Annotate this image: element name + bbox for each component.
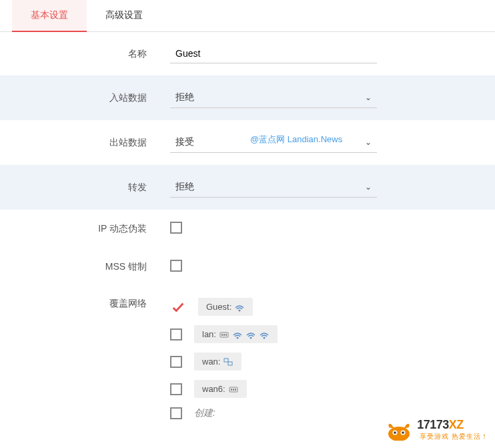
network-item-wan: wan:: [170, 353, 495, 371]
checkbox-lan[interactable]: [170, 328, 182, 341]
row-forward: 转发 拒绝 ⌄: [0, 165, 495, 210]
tab-advanced-settings[interactable]: 高级设置: [87, 0, 161, 31]
checkbox-mss[interactable]: [170, 260, 182, 272]
svg-point-0: [239, 309, 241, 311]
row-name: 名称: [0, 32, 495, 75]
row-masquerade: IP 动态伪装: [0, 210, 495, 248]
label-create: 创建:: [194, 407, 215, 419]
select-forward-value: 拒绝: [175, 181, 360, 193]
network-badge-lan: lan:: [194, 325, 278, 343]
network-icon: [223, 357, 233, 367]
chevron-down-icon: ⌄: [365, 138, 372, 147]
row-mss: MSS 钳制: [0, 248, 495, 286]
label-cover-networks: 覆盖网络: [0, 298, 160, 310]
row-cover-networks: 覆盖网络 Guest: lan:: [0, 286, 495, 419]
ethernet-icon: [219, 330, 229, 339]
label-masquerade: IP 动态伪装: [0, 223, 160, 235]
svg-rect-13: [235, 389, 236, 391]
network-badge-wan: wan:: [194, 353, 241, 371]
svg-rect-3: [223, 334, 225, 336]
select-inbound[interactable]: 拒绝 ⌄: [170, 87, 377, 108]
select-outbound-value: 接受: [175, 136, 360, 148]
svg-rect-8: [224, 359, 228, 362]
svg-rect-12: [233, 389, 234, 391]
network-badge-wan6: wan6:: [194, 380, 247, 398]
chevron-down-icon: ⌄: [365, 182, 372, 192]
checkbox-create[interactable]: [170, 407, 182, 419]
tab-basic-settings[interactable]: 基本设置: [12, 0, 87, 32]
checkbox-wan6[interactable]: [170, 383, 182, 395]
wifi-icon: [232, 330, 243, 339]
wifi-icon: [245, 330, 256, 339]
input-name[interactable]: [170, 44, 377, 63]
label-forward: 转发: [0, 182, 160, 194]
site-logo-watermark: 17173XZ 享受游戏 热爱生活！: [385, 418, 488, 419]
row-outbound: 出站数据 接受 ⌄ @蓝点网 Landian.News: [0, 120, 495, 165]
svg-point-6: [250, 337, 252, 339]
label-name: 名称: [0, 48, 160, 60]
label-outbound: 出站数据: [0, 137, 160, 149]
select-inbound-value: 拒绝: [175, 91, 360, 103]
svg-point-5: [236, 337, 238, 339]
wifi-icon: [259, 330, 270, 339]
svg-rect-4: [225, 334, 227, 336]
network-item-lan: lan:: [170, 325, 495, 343]
mascot-icon: [385, 419, 413, 420]
network-item-wan6: wan6:: [170, 380, 495, 398]
select-forward[interactable]: 拒绝 ⌄: [170, 177, 377, 198]
network-item-guest: Guest:: [170, 298, 495, 316]
tab-bar: 基本设置 高级设置: [0, 0, 495, 32]
svg-point-7: [263, 337, 265, 339]
label-inbound: 入站数据: [0, 92, 160, 104]
ethernet-icon: [228, 385, 239, 394]
network-badge-guest: Guest:: [198, 298, 253, 316]
svg-rect-2: [221, 334, 223, 336]
label-mss: MSS 钳制: [0, 261, 160, 273]
svg-rect-9: [228, 362, 232, 365]
checkmark-icon[interactable]: [170, 299, 186, 315]
svg-rect-11: [231, 389, 232, 391]
select-outbound[interactable]: 接受 ⌄: [170, 132, 377, 153]
checkbox-wan[interactable]: [170, 356, 182, 368]
wifi-icon: [234, 302, 245, 312]
row-inbound: 入站数据 拒绝 ⌄: [0, 75, 495, 120]
chevron-down-icon: ⌄: [365, 93, 372, 102]
checkbox-masquerade[interactable]: [170, 222, 182, 234]
